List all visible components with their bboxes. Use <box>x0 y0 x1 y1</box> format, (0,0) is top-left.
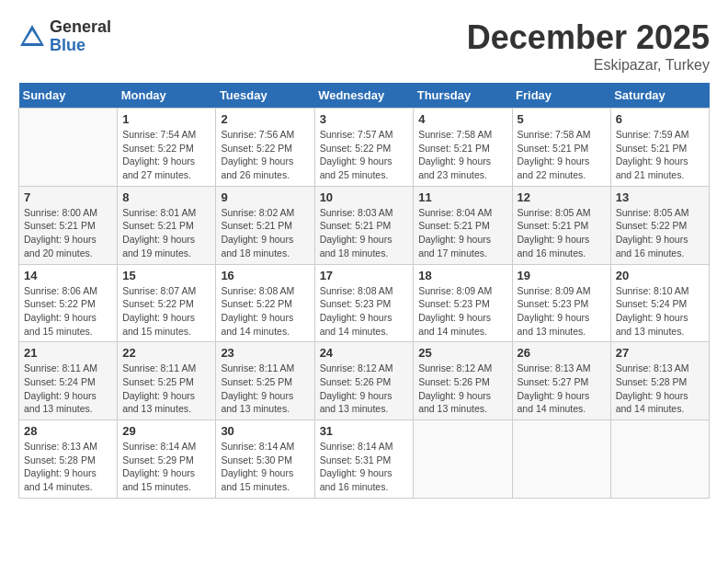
day-number: 21 <box>24 346 112 360</box>
calendar-day-cell: 3Sunrise: 7:57 AMSunset: 5:22 PMDaylight… <box>314 109 414 187</box>
calendar-week-row: 7Sunrise: 8:00 AMSunset: 5:21 PMDaylight… <box>19 186 710 264</box>
calendar-day-cell: 9Sunrise: 8:02 AMSunset: 5:21 PMDaylight… <box>216 186 314 264</box>
day-number: 17 <box>320 269 409 282</box>
calendar-table: SundayMondayTuesdayWednesdayThursdayFrid… <box>18 83 710 499</box>
page-header: General Blue December 2025 Eskipazar, Tu… <box>18 18 710 74</box>
day-number: 4 <box>418 112 506 126</box>
day-info: Sunrise: 7:57 AMSunset: 5:22 PMDaylight:… <box>320 128 409 182</box>
day-info: Sunrise: 8:03 AMSunset: 5:21 PMDaylight:… <box>320 206 409 260</box>
logo-icon <box>18 23 46 51</box>
calendar-day-cell: 14Sunrise: 8:06 AMSunset: 5:22 PMDayligh… <box>19 264 118 342</box>
calendar-week-row: 1Sunrise: 7:54 AMSunset: 5:22 PMDaylight… <box>19 109 710 187</box>
calendar-week-row: 14Sunrise: 8:06 AMSunset: 5:22 PMDayligh… <box>19 264 710 342</box>
day-info: Sunrise: 8:01 AMSunset: 5:21 PMDaylight:… <box>122 206 210 260</box>
day-info: Sunrise: 7:58 AMSunset: 5:21 PMDaylight:… <box>518 128 606 182</box>
day-info: Sunrise: 8:02 AMSunset: 5:21 PMDaylight:… <box>221 206 309 260</box>
calendar-week-row: 21Sunrise: 8:11 AMSunset: 5:24 PMDayligh… <box>19 342 710 420</box>
day-number: 6 <box>616 112 704 126</box>
calendar-day-cell: 15Sunrise: 8:07 AMSunset: 5:22 PMDayligh… <box>118 264 216 342</box>
calendar-day-cell: 2Sunrise: 7:56 AMSunset: 5:22 PMDaylight… <box>216 109 314 187</box>
calendar-day-cell: 18Sunrise: 8:09 AMSunset: 5:23 PMDayligh… <box>414 264 512 342</box>
calendar-day-cell: 22Sunrise: 8:11 AMSunset: 5:25 PMDayligh… <box>118 342 216 420</box>
calendar-day-cell: 6Sunrise: 7:59 AMSunset: 5:21 PMDaylight… <box>610 109 709 187</box>
day-info: Sunrise: 8:04 AMSunset: 5:21 PMDaylight:… <box>418 206 506 260</box>
logo-general: General <box>50 18 111 37</box>
calendar-day-cell: 5Sunrise: 7:58 AMSunset: 5:21 PMDaylight… <box>512 109 610 187</box>
day-number: 12 <box>518 190 606 204</box>
calendar-day-cell: 7Sunrise: 8:00 AMSunset: 5:21 PMDaylight… <box>19 186 118 264</box>
calendar-day-cell: 26Sunrise: 8:13 AMSunset: 5:27 PMDayligh… <box>512 342 610 420</box>
day-info: Sunrise: 8:05 AMSunset: 5:21 PMDaylight:… <box>518 206 606 260</box>
calendar-day-cell: 13Sunrise: 8:05 AMSunset: 5:22 PMDayligh… <box>610 186 709 264</box>
day-info: Sunrise: 8:13 AMSunset: 5:27 PMDaylight:… <box>518 362 606 416</box>
day-number: 2 <box>221 112 309 126</box>
calendar-day-cell: 17Sunrise: 8:08 AMSunset: 5:23 PMDayligh… <box>314 264 414 342</box>
calendar-day-cell: 1Sunrise: 7:54 AMSunset: 5:22 PMDaylight… <box>118 109 216 187</box>
day-number: 9 <box>221 190 309 204</box>
day-number: 10 <box>320 190 409 204</box>
calendar-day-cell: 30Sunrise: 8:14 AMSunset: 5:30 PMDayligh… <box>216 420 314 499</box>
day-number: 3 <box>320 112 409 126</box>
day-number: 26 <box>518 346 606 360</box>
day-info: Sunrise: 8:14 AMSunset: 5:31 PMDaylight:… <box>320 440 409 494</box>
day-info: Sunrise: 8:08 AMSunset: 5:23 PMDaylight:… <box>320 284 409 339</box>
day-info: Sunrise: 8:10 AMSunset: 5:24 PMDaylight:… <box>616 284 704 339</box>
day-number: 28 <box>24 424 112 438</box>
day-info: Sunrise: 8:09 AMSunset: 5:23 PMDaylight:… <box>518 284 606 339</box>
day-info: Sunrise: 8:14 AMSunset: 5:30 PMDaylight:… <box>221 440 309 494</box>
location-subtitle: Eskipazar, Turkey <box>467 57 710 74</box>
calendar-day-cell <box>19 109 118 187</box>
weekday-header-wednesday: Wednesday <box>314 83 414 109</box>
calendar-day-cell: 12Sunrise: 8:05 AMSunset: 5:21 PMDayligh… <box>512 186 610 264</box>
weekday-header-friday: Friday <box>512 83 610 109</box>
day-number: 15 <box>122 269 210 282</box>
day-info: Sunrise: 8:05 AMSunset: 5:22 PMDaylight:… <box>616 206 704 260</box>
day-info: Sunrise: 8:13 AMSunset: 5:28 PMDaylight:… <box>616 362 704 416</box>
day-number: 25 <box>418 346 506 360</box>
day-number: 11 <box>418 190 506 204</box>
calendar-day-cell: 21Sunrise: 8:11 AMSunset: 5:24 PMDayligh… <box>19 342 118 420</box>
day-number: 8 <box>122 190 210 204</box>
day-info: Sunrise: 7:54 AMSunset: 5:22 PMDaylight:… <box>122 128 210 182</box>
day-info: Sunrise: 8:13 AMSunset: 5:28 PMDaylight:… <box>24 440 112 494</box>
calendar-day-cell <box>512 420 610 499</box>
day-number: 18 <box>418 269 506 282</box>
day-info: Sunrise: 8:11 AMSunset: 5:25 PMDaylight:… <box>122 362 210 416</box>
logo-blue: Blue <box>50 37 111 55</box>
day-info: Sunrise: 8:00 AMSunset: 5:21 PMDaylight:… <box>24 206 112 260</box>
calendar-day-cell: 11Sunrise: 8:04 AMSunset: 5:21 PMDayligh… <box>414 186 512 264</box>
weekday-header-sunday: Sunday <box>19 83 118 109</box>
calendar-day-cell: 16Sunrise: 8:08 AMSunset: 5:22 PMDayligh… <box>216 264 314 342</box>
calendar-day-cell <box>414 420 512 499</box>
logo: General Blue <box>18 18 111 55</box>
day-info: Sunrise: 7:56 AMSunset: 5:22 PMDaylight:… <box>221 128 309 182</box>
weekday-header-row: SundayMondayTuesdayWednesdayThursdayFrid… <box>19 83 710 109</box>
day-info: Sunrise: 8:09 AMSunset: 5:23 PMDaylight:… <box>418 284 506 339</box>
calendar-day-cell: 24Sunrise: 8:12 AMSunset: 5:26 PMDayligh… <box>314 342 414 420</box>
day-number: 31 <box>320 424 409 438</box>
calendar-day-cell: 23Sunrise: 8:11 AMSunset: 5:25 PMDayligh… <box>216 342 314 420</box>
day-number: 20 <box>616 269 704 282</box>
day-number: 7 <box>24 190 112 204</box>
weekday-header-thursday: Thursday <box>414 83 512 109</box>
day-info: Sunrise: 8:11 AMSunset: 5:25 PMDaylight:… <box>221 362 309 416</box>
day-number: 14 <box>24 269 112 282</box>
calendar-day-cell: 29Sunrise: 8:14 AMSunset: 5:29 PMDayligh… <box>118 420 216 499</box>
weekday-header-saturday: Saturday <box>610 83 709 109</box>
weekday-header-monday: Monday <box>118 83 216 109</box>
calendar-week-row: 28Sunrise: 8:13 AMSunset: 5:28 PMDayligh… <box>19 420 710 499</box>
day-info: Sunrise: 8:12 AMSunset: 5:26 PMDaylight:… <box>320 362 409 416</box>
day-info: Sunrise: 8:12 AMSunset: 5:26 PMDaylight:… <box>418 362 506 416</box>
title-block: December 2025 Eskipazar, Turkey <box>467 18 710 74</box>
day-number: 16 <box>221 269 309 282</box>
day-info: Sunrise: 8:07 AMSunset: 5:22 PMDaylight:… <box>122 284 210 339</box>
day-number: 1 <box>122 112 210 126</box>
calendar-day-cell: 27Sunrise: 8:13 AMSunset: 5:28 PMDayligh… <box>610 342 709 420</box>
day-info: Sunrise: 7:59 AMSunset: 5:21 PMDaylight:… <box>616 128 704 182</box>
calendar-day-cell <box>610 420 709 499</box>
calendar-day-cell: 20Sunrise: 8:10 AMSunset: 5:24 PMDayligh… <box>610 264 709 342</box>
calendar-day-cell: 10Sunrise: 8:03 AMSunset: 5:21 PMDayligh… <box>314 186 414 264</box>
day-number: 13 <box>616 190 704 204</box>
day-info: Sunrise: 8:14 AMSunset: 5:29 PMDaylight:… <box>122 440 210 494</box>
logo-text: General Blue <box>50 18 111 55</box>
